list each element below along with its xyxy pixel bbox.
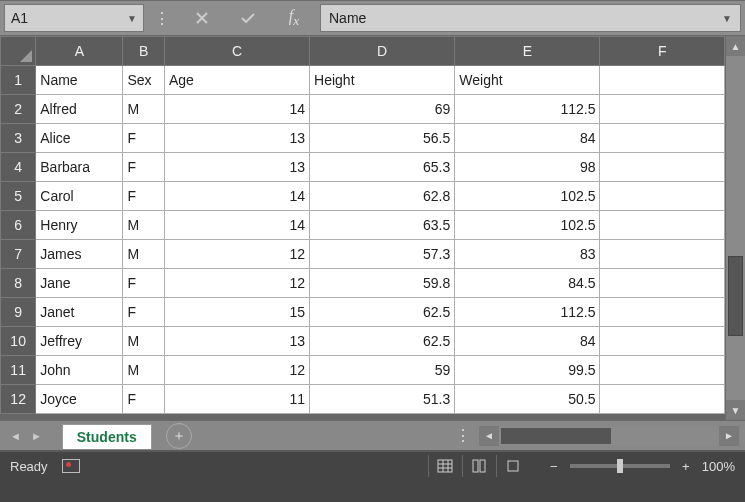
row-header[interactable]: 12 — [1, 385, 36, 414]
cell[interactable]: F — [123, 124, 164, 153]
cell[interactable]: Carol — [36, 182, 123, 211]
col-header[interactable]: D — [310, 37, 455, 66]
cell[interactable]: 65.3 — [310, 153, 455, 182]
cell[interactable]: 102.5 — [455, 211, 600, 240]
cell[interactable]: 12 — [164, 356, 309, 385]
cell[interactable]: John — [36, 356, 123, 385]
tab-next-button[interactable]: ► — [31, 430, 42, 442]
cell[interactable]: 12 — [164, 269, 309, 298]
cell[interactable]: 13 — [164, 153, 309, 182]
tab-prev-button[interactable]: ◄ — [10, 430, 21, 442]
row-header[interactable]: 6 — [1, 211, 36, 240]
row-header[interactable]: 1 — [1, 66, 36, 95]
cell[interactable]: F — [123, 269, 164, 298]
cell[interactable]: M — [123, 95, 164, 124]
cell[interactable]: Alfred — [36, 95, 123, 124]
cell[interactable]: 62.5 — [310, 298, 455, 327]
row-header[interactable]: 10 — [1, 327, 36, 356]
cell[interactable]: M — [123, 327, 164, 356]
cell[interactable]: 99.5 — [455, 356, 600, 385]
cell[interactable]: Age — [164, 66, 309, 95]
cell[interactable]: 56.5 — [310, 124, 455, 153]
cell[interactable]: James — [36, 240, 123, 269]
cell[interactable]: 84 — [455, 327, 600, 356]
col-header[interactable]: A — [36, 37, 123, 66]
row-header[interactable]: 2 — [1, 95, 36, 124]
cell[interactable]: Height — [310, 66, 455, 95]
cell[interactable]: 102.5 — [455, 182, 600, 211]
cell[interactable]: 83 — [455, 240, 600, 269]
cell[interactable]: M — [123, 211, 164, 240]
cell[interactable]: F — [123, 385, 164, 414]
cell[interactable] — [600, 182, 725, 211]
cell[interactable]: 59.8 — [310, 269, 455, 298]
vertical-scrollbar[interactable]: ▲ ▼ — [725, 36, 745, 420]
col-header[interactable]: C — [164, 37, 309, 66]
cell[interactable]: 59 — [310, 356, 455, 385]
cell[interactable]: 14 — [164, 211, 309, 240]
cell[interactable]: 13 — [164, 124, 309, 153]
select-all-corner[interactable] — [1, 37, 36, 66]
zoom-out-button[interactable]: − — [546, 459, 562, 474]
row-header[interactable]: 4 — [1, 153, 36, 182]
scroll-left-button[interactable]: ◄ — [479, 426, 499, 446]
cell[interactable]: F — [123, 298, 164, 327]
cell[interactable]: Jane — [36, 269, 123, 298]
row-header[interactable]: 3 — [1, 124, 36, 153]
cell[interactable]: 62.8 — [310, 182, 455, 211]
cell[interactable]: Joyce — [36, 385, 123, 414]
cell[interactable] — [600, 356, 725, 385]
cell[interactable] — [600, 240, 725, 269]
col-header[interactable]: B — [123, 37, 164, 66]
cell[interactable]: 84.5 — [455, 269, 600, 298]
cell[interactable]: M — [123, 240, 164, 269]
zoom-in-button[interactable]: + — [678, 459, 694, 474]
cell[interactable]: 15 — [164, 298, 309, 327]
cell[interactable]: 84 — [455, 124, 600, 153]
cell[interactable] — [600, 153, 725, 182]
cell[interactable]: Barbara — [36, 153, 123, 182]
cell[interactable]: 69 — [310, 95, 455, 124]
view-normal-button[interactable] — [428, 455, 462, 477]
cell[interactable] — [600, 66, 725, 95]
view-page-layout-button[interactable] — [462, 455, 496, 477]
scroll-thumb[interactable] — [728, 256, 743, 336]
row-header[interactable]: 11 — [1, 356, 36, 385]
cell[interactable]: 51.3 — [310, 385, 455, 414]
cell[interactable] — [600, 327, 725, 356]
cell[interactable]: 13 — [164, 327, 309, 356]
cell[interactable]: Alice — [36, 124, 123, 153]
cell[interactable]: 11 — [164, 385, 309, 414]
cell[interactable]: 98 — [455, 153, 600, 182]
horizontal-scrollbar[interactable]: ◄ ► — [479, 426, 739, 446]
cell[interactable] — [600, 211, 725, 240]
cell[interactable] — [600, 385, 725, 414]
cell[interactable]: Henry — [36, 211, 123, 240]
cell[interactable]: F — [123, 153, 164, 182]
scroll-right-button[interactable]: ► — [719, 426, 739, 446]
row-header[interactable]: 8 — [1, 269, 36, 298]
scroll-thumb[interactable] — [501, 428, 611, 444]
cancel-button[interactable] — [180, 4, 224, 32]
cell[interactable]: Sex — [123, 66, 164, 95]
cell[interactable]: Weight — [455, 66, 600, 95]
zoom-slider[interactable] — [570, 464, 670, 468]
enter-button[interactable] — [226, 4, 270, 32]
cell[interactable]: 14 — [164, 95, 309, 124]
cell[interactable]: 62.5 — [310, 327, 455, 356]
col-header[interactable]: E — [455, 37, 600, 66]
add-sheet-button[interactable]: ＋ — [166, 423, 192, 449]
cell[interactable] — [600, 124, 725, 153]
cell[interactable] — [600, 269, 725, 298]
cell[interactable]: 63.5 — [310, 211, 455, 240]
sheet-tab-active[interactable]: Students — [62, 424, 152, 449]
scroll-up-button[interactable]: ▲ — [726, 36, 745, 56]
spreadsheet-grid[interactable]: A B C D E F 1NameSexAgeHeightWeight2Alfr… — [0, 36, 725, 414]
macro-record-icon[interactable] — [62, 459, 80, 473]
formula-input[interactable]: Name ▼ — [320, 4, 741, 32]
cell[interactable]: 14 — [164, 182, 309, 211]
cell[interactable]: 12 — [164, 240, 309, 269]
row-header[interactable]: 5 — [1, 182, 36, 211]
row-header[interactable]: 7 — [1, 240, 36, 269]
row-header[interactable]: 9 — [1, 298, 36, 327]
